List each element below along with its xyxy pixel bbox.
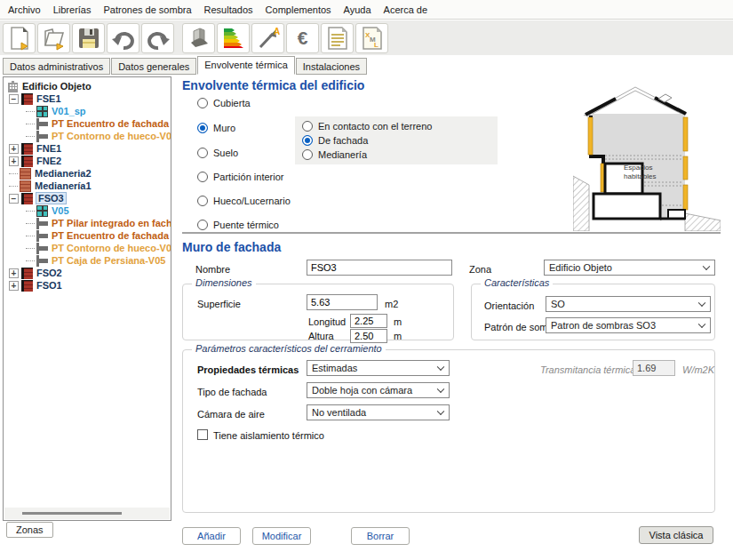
orientacion-dropdown[interactable]: SO xyxy=(546,296,711,312)
borrar-button[interactable]: Borrar xyxy=(351,527,410,545)
3d-view-button[interactable] xyxy=(182,23,215,53)
radio-en-contacto-terreno[interactable]: En contacto con el terreno xyxy=(302,121,432,132)
open-project-button[interactable] xyxy=(37,23,70,53)
radio-suelo[interactable]: Suelo xyxy=(197,148,238,158)
patron-sombras-dropdown[interactable]: Patron de sombras SO3 xyxy=(546,317,711,333)
expand-icon[interactable] xyxy=(9,268,19,278)
tree-item-pt-contorno-v05[interactable]: PT Contorno de hueco-V05 xyxy=(4,242,171,254)
collapse-icon[interactable] xyxy=(9,194,19,204)
radio-de-fachada[interactable]: De fachada xyxy=(302,135,368,146)
radio-icon[interactable] xyxy=(302,121,313,132)
tree-item-pt-contorno-v01[interactable]: PT Contorno de hueco-V01_ xyxy=(4,130,171,142)
envelope-section-title: Envolvente térmica del edificio xyxy=(182,78,364,92)
tree-item-fso2[interactable]: FSO2 xyxy=(4,267,171,279)
redo-icon xyxy=(146,26,171,51)
radio-icon[interactable] xyxy=(302,149,313,160)
propiedades-termicas-dropdown[interactable]: Estimadas xyxy=(307,360,450,376)
svg-text:Espacios: Espacios xyxy=(624,164,652,172)
expand-icon[interactable] xyxy=(9,281,19,291)
tab-datos-administrativos[interactable]: Datos administrativos xyxy=(3,58,110,75)
menu-acerca-de[interactable]: Acerca de xyxy=(378,2,434,18)
xml-export-button[interactable]: X M L xyxy=(355,23,388,53)
svg-text:A: A xyxy=(274,27,280,36)
altura-input[interactable] xyxy=(350,329,387,343)
tree-item-fso1[interactable]: FSO1 xyxy=(4,279,171,292)
tree-item-fne2[interactable]: FNE2 xyxy=(4,155,171,167)
tree-item-v01-sp[interactable]: V01_sp xyxy=(4,105,171,117)
menu-ayuda[interactable]: Ayuda xyxy=(338,2,378,18)
camara-aire-dropdown[interactable]: No ventilada xyxy=(307,404,450,420)
propiedades-termicas-label: Propiedades térmicas xyxy=(197,364,299,375)
aislamiento-checkbox[interactable] xyxy=(197,429,208,440)
scrollbar-thumb[interactable] xyxy=(22,512,122,515)
open-folder-icon xyxy=(42,26,67,51)
radio-icon-selected[interactable] xyxy=(302,135,313,146)
menu-resultados[interactable]: Resultados xyxy=(198,2,259,18)
expand-icon[interactable] xyxy=(9,156,19,166)
zona-dropdown[interactable]: Edificio Objeto xyxy=(544,260,715,276)
report-icon xyxy=(325,26,350,51)
superficie-input[interactable] xyxy=(307,294,378,310)
tree-item-medianeria1[interactable]: Medianería1 xyxy=(4,180,171,192)
radio-hueco-lucernario[interactable]: Hueco/Lucernario xyxy=(197,196,291,206)
longitud-input[interactable] xyxy=(350,314,387,328)
wall-icon xyxy=(21,268,33,279)
menu-patrones-de-sombra[interactable]: Patrones de sombra xyxy=(97,2,197,18)
tree-horizontal-scrollbar[interactable] xyxy=(4,508,170,519)
new-file-button[interactable] xyxy=(3,23,36,53)
menu-complementos[interactable]: Complementos xyxy=(259,2,338,18)
tab-zonas[interactable]: Zonas xyxy=(6,522,53,538)
tipo-fachada-dropdown[interactable]: Doble hoja con cámara xyxy=(307,382,450,398)
energy-rating-button[interactable] xyxy=(217,23,250,53)
tree-item-pt-encuentro-fse1[interactable]: PT Encuentro de fachada co xyxy=(4,117,171,130)
radio-puente-termico[interactable]: Puente térmico xyxy=(197,220,279,230)
menu-librerias[interactable]: Librerías xyxy=(47,2,98,18)
radio-icon[interactable] xyxy=(197,220,208,230)
thermal-bridge-icon xyxy=(36,243,48,254)
vista-clasica-button[interactable]: Vista clásica xyxy=(639,526,713,544)
redo-button[interactable] xyxy=(141,23,174,53)
section-separator xyxy=(182,232,721,234)
tree-item-fne1[interactable]: FNE1 xyxy=(4,142,171,155)
radio-particion-interior[interactable]: Partición interior xyxy=(197,172,283,182)
envelope-tree-panel: Edificio Objeto FSE1 V01_sp PT Encuentro… xyxy=(3,76,171,521)
menu-archivo[interactable]: Archivo xyxy=(2,2,47,18)
collapse-icon[interactable] xyxy=(9,94,19,104)
tree-item-pt-pilar-fso3[interactable]: PT Pilar integrado en facha xyxy=(4,217,171,229)
tree-item-pt-encuentro-fso3[interactable]: PT Encuentro de fachada co xyxy=(4,229,171,242)
superficie-label: Superficie xyxy=(197,299,241,309)
tree-item-fse1[interactable]: FSE1 xyxy=(4,92,171,105)
nombre-input[interactable] xyxy=(307,260,452,276)
altura-unit: m xyxy=(394,331,402,341)
transmitancia-unit: W/m2K xyxy=(682,364,714,375)
cost-button[interactable]: € xyxy=(286,23,319,53)
radio-icon-selected[interactable] xyxy=(197,123,208,133)
radio-icon[interactable] xyxy=(197,172,208,182)
radio-cubierta[interactable]: Cubierta xyxy=(197,98,251,108)
report-button[interactable] xyxy=(321,23,354,53)
tree-item-medianeria2[interactable]: Medianeria2 xyxy=(4,167,171,180)
save-button[interactable] xyxy=(72,23,105,53)
radio-muro[interactable]: Muro xyxy=(197,123,235,133)
tab-instalaciones[interactable]: Instalaciones xyxy=(296,58,367,75)
undo-button[interactable] xyxy=(107,23,139,53)
tree-item-fso3-selected[interactable]: FSO3 xyxy=(4,192,171,204)
tree-item-edificio-objeto[interactable]: Edificio Objeto xyxy=(4,80,171,92)
tree-item-v05[interactable]: V05 xyxy=(4,204,171,217)
thermal-bridge-icon xyxy=(36,230,48,242)
radio-icon[interactable] xyxy=(197,196,208,206)
anadir-button[interactable]: Añadir xyxy=(182,527,241,545)
tree-item-pt-caja-persiana-v05[interactable]: PT Caja de Persiana-V05 xyxy=(4,254,171,267)
expand-icon[interactable] xyxy=(9,144,19,154)
modificar-button[interactable]: Modificar xyxy=(252,527,311,545)
dimensiones-legend: Dimensiones xyxy=(192,277,256,288)
envelope-tree: Edificio Objeto FSE1 V01_sp PT Encuentro… xyxy=(4,80,171,292)
euro-icon: € xyxy=(298,28,308,47)
thermal-bridge-icon xyxy=(36,255,48,267)
radio-medianeria[interactable]: Medianería xyxy=(302,149,367,160)
radio-icon[interactable] xyxy=(197,148,208,158)
tab-envolvente-termica[interactable]: Envolvente térmica xyxy=(197,56,295,75)
certify-button[interactable]: A xyxy=(251,23,284,53)
tab-datos-generales[interactable]: Datos generales xyxy=(111,58,196,75)
radio-icon[interactable] xyxy=(197,98,208,108)
